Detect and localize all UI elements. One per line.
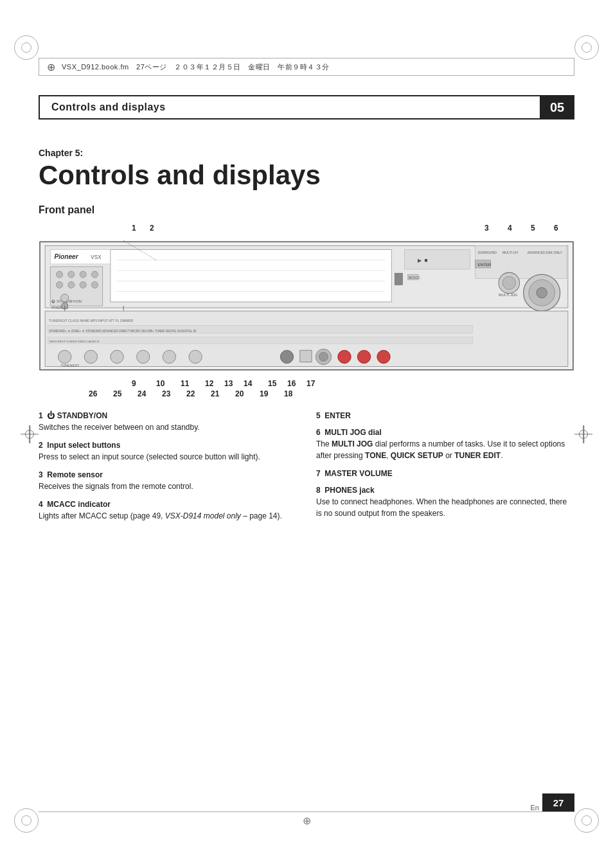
- num-label-24: 24: [138, 389, 162, 398]
- svg-text:SURROUND: SURROUND: [477, 251, 497, 254]
- desc-title-1: 1 ⏻ STANDBY/ON: [39, 411, 297, 420]
- reg-mark-ml: [18, 423, 41, 446]
- svg-point-52: [163, 350, 175, 363]
- desc-text-1: Switches the receiver between on and sta…: [39, 421, 297, 433]
- svg-point-50: [111, 350, 123, 363]
- num-label-21: 21: [211, 389, 235, 398]
- num-labels-top-row: 1 2 3 4 5 6: [39, 224, 574, 233]
- svg-rect-25: [395, 273, 402, 285]
- svg-point-53: [189, 350, 202, 363]
- desc-title-6: 6 MULTI JOG dial: [316, 428, 574, 437]
- num-label-10: 10: [156, 379, 181, 388]
- num-label-25: 25: [113, 389, 138, 398]
- svg-point-11: [68, 282, 75, 288]
- num-label-19: 19: [260, 389, 284, 398]
- file-info: VSX_D912.book.fm 27ページ ２０３年１２月５日 金曜日 午前９…: [62, 62, 330, 72]
- svg-rect-56: [300, 350, 312, 362]
- desc-item-6: 6 MULTI JOG dial The MULTI JOG dial perf…: [316, 428, 574, 461]
- desc-text-2: Press to select an input source (selecte…: [39, 451, 297, 463]
- num-labels-bottom-row: 26 25 24 23 22 21 20 19 18: [39, 389, 574, 398]
- device-diagram: Pioneer VSX ⏻ STANDBY/ON PHONES: [39, 235, 574, 376]
- svg-point-51: [137, 350, 150, 363]
- svg-rect-23: [405, 250, 470, 270]
- desc-text-4: Lights after MCACC setup (page 49, VSX-D…: [39, 510, 297, 522]
- num-label-4: 4: [508, 224, 526, 233]
- reg-mark-mr: [572, 423, 595, 446]
- chapter-number-box: 05: [540, 95, 574, 120]
- num-label-17: 17: [306, 379, 326, 388]
- deco-corner-tr: [574, 35, 599, 60]
- num-labels-mid-row: 9 10 11 12 13 14 15 16 17: [39, 379, 574, 388]
- desc-column-right: 5 ENTER 6 MULTI JOG dial The MULTI JOG d…: [316, 411, 574, 529]
- desc-title-3: 3 Remote sensor: [39, 470, 297, 479]
- num-label-22: 22: [186, 389, 211, 398]
- num-label-11: 11: [181, 379, 205, 388]
- chapter-bar-inner: Controls and displays: [39, 95, 540, 120]
- svg-text:STANDARD+  ▼ ZONE+  ▼  STANDAR: STANDARD+ ▼ ZONE+ ▼ STANDARD ADVANCED DI…: [49, 330, 196, 333]
- desc-text-8: Use to connect headphones. When the head…: [316, 496, 574, 519]
- desc-title-8: 8 PHONES jack: [316, 486, 574, 495]
- svg-text:TUNER/EXT: TUNER/EXT: [61, 364, 80, 368]
- svg-point-13: [91, 282, 98, 288]
- num-label-12: 12: [205, 379, 224, 388]
- svg-rect-18: [111, 250, 391, 302]
- svg-point-48: [58, 350, 71, 363]
- page-number-sub: En: [531, 804, 539, 811]
- header-crosshair: ⊕: [47, 61, 55, 73]
- diagram-container: 1 2 3 4 5 6 Pioneer VSX: [39, 224, 574, 398]
- num-label-13: 13: [224, 379, 244, 388]
- header-bar: ⊕ VSX_D912.book.fm 27ページ ２０３年１２月５日 金曜日 午…: [39, 58, 574, 76]
- num-label-20: 20: [235, 389, 260, 398]
- num-label-3: 3: [484, 224, 502, 233]
- svg-point-6: [56, 271, 62, 278]
- deco-corner-bl: [14, 808, 39, 833]
- svg-point-59: [338, 350, 351, 363]
- num-label-2: 2: [150, 224, 182, 233]
- bottom-crosshair: ⊕: [303, 815, 311, 827]
- svg-point-60: [357, 350, 370, 363]
- chapter-label-text: Chapter 5:: [39, 148, 574, 158]
- svg-rect-46: [48, 337, 472, 344]
- svg-text:▶ ◾: ▶ ◾: [418, 257, 430, 264]
- deco-corner-br: [574, 808, 599, 833]
- desc-title-2: 2 Input select buttons: [39, 441, 297, 450]
- svg-text:VIDEO INPUT          S-VIDEO  : VIDEO INPUT S-VIDEO VIDEO L AUDIO R: [49, 340, 99, 343]
- desc-item-1: 1 ⏻ STANDBY/ON Switches the receiver bet…: [39, 411, 297, 433]
- svg-text:VSX: VSX: [91, 254, 102, 260]
- chapter-bar-label: Controls and displays: [51, 102, 166, 113]
- svg-text:MULTI JOG: MULTI JOG: [499, 293, 517, 297]
- page-number-box: 27: [542, 793, 574, 811]
- num-label-26: 26: [89, 389, 113, 398]
- desc-item-7: 7 MASTER VOLUME: [316, 469, 574, 478]
- desc-item-2: 2 Input select buttons Press to select a…: [39, 441, 297, 463]
- num-label-16: 16: [287, 379, 306, 388]
- num-label-5: 5: [531, 224, 549, 233]
- num-label-9: 9: [132, 379, 156, 388]
- desc-item-5: 5 ENTER: [316, 411, 574, 420]
- svg-text:MCACC: MCACC: [409, 276, 421, 279]
- svg-point-10: [56, 282, 62, 288]
- section-heading-front-panel: Front panel: [39, 204, 574, 216]
- num-label-1: 1: [132, 224, 150, 233]
- desc-title-7: 7 MASTER VOLUME: [316, 469, 574, 478]
- svg-text:TUNER/EXT    CLASS    NAME    : TUNER/EXT CLASS NAME MPS INPUT ATT FL DI…: [49, 319, 134, 323]
- desc-text-6: The MULTI JOG dial performs a number of …: [316, 438, 574, 461]
- svg-point-39: [502, 276, 515, 289]
- num-label-15: 15: [268, 379, 287, 388]
- main-content: Chapter 5: Controls and displays Front p…: [39, 135, 574, 817]
- svg-point-8: [80, 271, 86, 278]
- desc-item-8: 8 PHONES jack Use to connect headphones.…: [316, 486, 574, 519]
- svg-point-49: [84, 350, 97, 363]
- num-label-14: 14: [244, 379, 268, 388]
- svg-text:Pioneer: Pioneer: [54, 253, 78, 260]
- desc-text-3: Receives the signals from the remote con…: [39, 481, 297, 492]
- desc-item-4: 4 MCACC indicator Lights after MCACC set…: [39, 500, 297, 522]
- svg-point-36: [537, 288, 547, 298]
- svg-text:ADVANCED EEK ONLY: ADVANCED EEK ONLY: [528, 251, 563, 254]
- svg-point-55: [280, 350, 293, 363]
- desc-title-5: 5 ENTER: [316, 411, 574, 420]
- num-label-23: 23: [162, 389, 186, 398]
- desc-column-left: 1 ⏻ STANDBY/ON Switches the receiver bet…: [39, 411, 297, 529]
- bottom-bar: ⊕: [39, 811, 574, 829]
- num-label-18: 18: [284, 389, 308, 398]
